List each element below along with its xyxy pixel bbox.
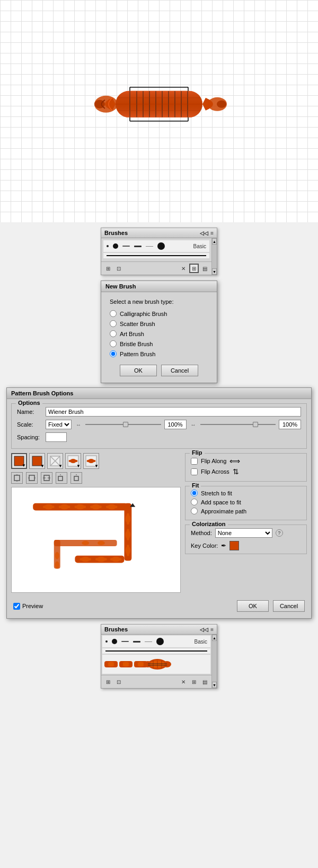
eyedropper-icon[interactable]: ✒ — [221, 542, 226, 549]
flip-along-checkbox[interactable] — [191, 458, 198, 465]
dot-large[interactable] — [157, 242, 165, 250]
flip-across-checkbox[interactable] — [191, 468, 198, 475]
brush-menu-icon[interactable]: ▤ — [200, 264, 209, 273]
radio-scatter[interactable]: Scatter Brush — [110, 320, 208, 327]
dot-large-2[interactable] — [156, 638, 164, 645]
menu-icon[interactable]: ≡ — [210, 230, 214, 236]
tile-btn-3[interactable]: ▼ — [47, 453, 63, 469]
delete-brush-icon-2[interactable]: ✕ — [179, 677, 188, 686]
tile-btn-1[interactable]: ▼ — [11, 453, 27, 469]
dot-dash-1[interactable] — [122, 246, 130, 247]
dot-dash-3[interactable] — [121, 641, 129, 642]
name-input[interactable] — [46, 407, 301, 417]
radio-bristle[interactable]: Bristle Brush — [110, 340, 208, 347]
library-icon[interactable]: ⊞ — [103, 264, 113, 273]
radio-calligraphic-input[interactable] — [110, 310, 117, 317]
tile-btn-2-arrow[interactable]: ▼ — [40, 464, 45, 468]
svg-point-96 — [55, 562, 59, 569]
dot-line-2[interactable] — [145, 641, 152, 642]
new-brush-icon[interactable]: ⊞ — [189, 264, 199, 273]
new-brush-dialog: New Brush Select a new brush type: Calli… — [101, 281, 217, 383]
basic-label-2: Basic — [195, 639, 207, 645]
svg-rect-52 — [74, 476, 78, 481]
radio-calligraphic[interactable]: Calligraphic Brush — [110, 310, 208, 317]
tile-btn-5-arrow[interactable]: ▼ — [94, 464, 99, 468]
brush-line-row-2 — [102, 648, 210, 654]
new-brush-cancel-button[interactable]: Cancel — [161, 365, 198, 376]
tool-icon-5[interactable] — [70, 472, 82, 484]
scale-slider-thumb-2[interactable] — [253, 422, 258, 427]
library-icon-2[interactable]: ⊞ — [103, 677, 113, 686]
scrollbar-down[interactable]: ▼ — [212, 268, 217, 275]
pbd-action-buttons: OK Cancel — [237, 600, 305, 612]
scale-arrow-icon-1: ↔ — [76, 422, 81, 428]
scale-select[interactable]: Fixed — [46, 420, 72, 429]
tile-btn-4-arrow[interactable]: ▼ — [76, 464, 81, 468]
radio-art-input[interactable] — [110, 330, 117, 337]
scale-slider-track-2[interactable] — [200, 424, 276, 425]
wiener-brush-row[interactable] — [102, 655, 210, 674]
svg-point-78 — [127, 537, 129, 540]
open-library-icon[interactable]: ⊡ — [114, 264, 123, 273]
pbd-ok-button[interactable]: OK — [237, 600, 269, 612]
brushes-panel-2-titlebar: Brushes ◁◁ ≡ — [101, 625, 217, 635]
radio-pattern-input[interactable] — [110, 350, 117, 357]
scrollbar-up[interactable]: ▲ — [212, 238, 217, 245]
scrollbar-down-2[interactable]: ▼ — [212, 682, 217, 688]
spacing-input[interactable]: 0% — [46, 432, 67, 442]
dot-dash-4[interactable] — [133, 641, 140, 643]
new-brush-icon-2[interactable]: ⊞ — [189, 677, 199, 686]
tile-btn-2[interactable]: ▼ — [29, 453, 45, 469]
dot-small[interactable] — [107, 245, 109, 247]
new-brush-dialog-buttons: OK Cancel — [110, 365, 208, 376]
tile-btn-3-arrow[interactable]: ▼ — [58, 464, 63, 468]
radio-bristle-input[interactable] — [110, 340, 117, 347]
hint-icon[interactable]: ? — [276, 529, 283, 537]
open-library-icon-2[interactable]: ⊡ — [114, 677, 123, 686]
add-space-radio[interactable] — [191, 499, 198, 505]
scale-slider-track-1[interactable] — [85, 424, 161, 425]
new-brush-ok-button[interactable]: OK — [120, 365, 157, 376]
approx-path-label: Approximate path — [201, 508, 246, 514]
collapse-icon[interactable]: ◁◁ — [200, 230, 208, 236]
collapse-icon-2[interactable]: ◁◁ — [200, 627, 208, 632]
dot-dash-2[interactable] — [134, 246, 142, 247]
brushes-content-2: Basic — [101, 635, 211, 675]
tile-btn-5[interactable]: ▼ — [83, 453, 99, 469]
dot-medium-2[interactable] — [112, 639, 117, 644]
pattern-brush-dialog-body: Options Name: Scale: Fixed ↔ 100% ↔ — [7, 399, 311, 618]
brushes-content-1: Basic — [101, 238, 211, 261]
stretch-radio[interactable] — [191, 490, 198, 496]
svg-point-90 — [119, 558, 122, 560]
tile-btn-1-arrow[interactable]: ▼ — [22, 463, 26, 468]
tool-icon-3[interactable] — [41, 472, 52, 484]
tool-icon-1[interactable] — [11, 472, 23, 484]
scale-pct-1[interactable]: 100% — [164, 420, 187, 429]
delete-brush-icon[interactable]: ✕ — [179, 264, 188, 273]
svg-rect-50 — [58, 476, 63, 481]
tile-btn-4[interactable]: ▼ — [65, 453, 81, 469]
brushes-panel-1: Brushes ◁◁ ≡ Basic — [101, 228, 217, 275]
tool-icon-2[interactable] — [26, 472, 38, 484]
method-select[interactable]: None Tints Tints and Shades Hue Shift — [215, 528, 272, 538]
brush-menu-icon-2[interactable]: ▤ — [200, 677, 209, 686]
radio-scatter-input[interactable] — [110, 320, 117, 327]
scrollbar-up-2[interactable]: ▲ — [212, 635, 217, 641]
key-color-swatch[interactable] — [229, 541, 239, 550]
dot-small-2[interactable] — [105, 640, 108, 643]
dot-medium[interactable] — [113, 243, 118, 249]
svg-point-36 — [75, 460, 78, 462]
brushes-panel-2: Brushes ◁◁ ≡ Basic — [101, 624, 217, 689]
scale-slider-thumb-1[interactable] — [123, 422, 128, 427]
menu-icon-2[interactable]: ≡ — [210, 627, 214, 632]
radio-art[interactable]: Art Brush — [110, 330, 208, 337]
tool-icon-4[interactable] — [56, 472, 67, 484]
pbd-cancel-button[interactable]: Cancel — [273, 600, 305, 612]
pattern-brush-dialog: Pattern Brush Options Options Name: Scal… — [6, 387, 312, 619]
approx-radio[interactable] — [191, 508, 198, 514]
preview-checkbox[interactable] — [13, 603, 20, 610]
scale-label: Scale: — [17, 421, 42, 428]
dot-line[interactable] — [146, 246, 153, 247]
scale-pct-2[interactable]: 100% — [279, 420, 301, 429]
radio-pattern[interactable]: Pattern Brush — [110, 350, 208, 357]
